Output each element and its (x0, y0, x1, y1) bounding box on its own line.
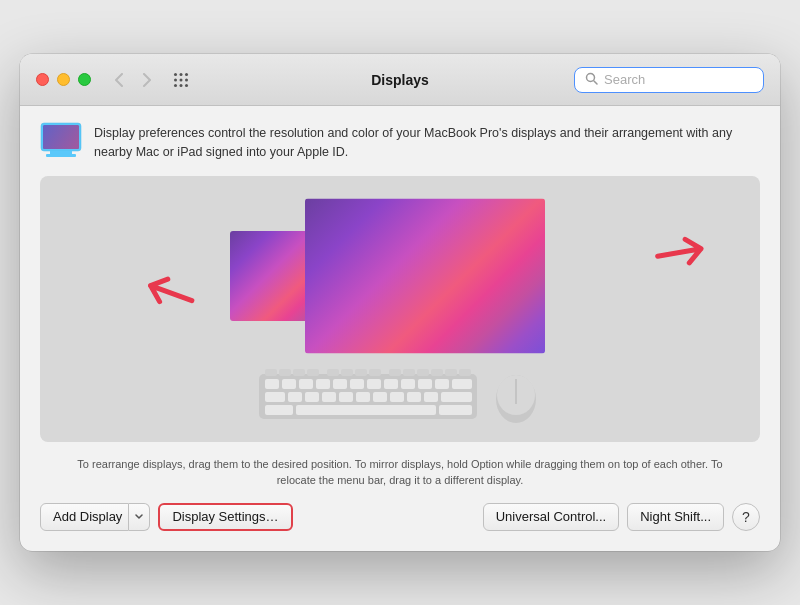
svg-rect-38 (441, 392, 472, 402)
svg-rect-16 (265, 379, 279, 389)
svg-point-9 (587, 73, 595, 81)
svg-rect-21 (350, 379, 364, 389)
svg-rect-28 (265, 392, 285, 402)
svg-point-0 (174, 73, 177, 76)
svg-point-6 (174, 84, 177, 87)
svg-rect-25 (418, 379, 432, 389)
bottom-toolbar: Add Display Display Settings… Universal … (40, 503, 760, 535)
close-button[interactable] (36, 73, 49, 86)
minimize-button[interactable] (57, 73, 70, 86)
keyboard-mouse-illustration (259, 369, 541, 424)
svg-rect-30 (305, 392, 319, 402)
svg-rect-39 (265, 405, 293, 415)
svg-rect-20 (333, 379, 347, 389)
svg-rect-47 (341, 369, 353, 376)
svg-rect-29 (288, 392, 302, 402)
traffic-lights (36, 73, 91, 86)
svg-point-8 (185, 84, 188, 87)
display-arrangement-area (40, 176, 760, 442)
displays-container (58, 194, 742, 359)
keyboard-icon (259, 369, 479, 424)
search-icon (585, 72, 598, 88)
svg-rect-35 (390, 392, 404, 402)
svg-rect-55 (459, 369, 471, 376)
svg-rect-19 (316, 379, 330, 389)
window-title: Displays (371, 72, 429, 88)
svg-rect-45 (307, 369, 319, 376)
svg-point-2 (185, 73, 188, 76)
svg-rect-34 (373, 392, 387, 402)
svg-rect-53 (431, 369, 443, 376)
svg-rect-51 (403, 369, 415, 376)
svg-rect-37 (424, 392, 438, 402)
monitor-icon (40, 122, 82, 160)
svg-rect-17 (282, 379, 296, 389)
svg-rect-33 (356, 392, 370, 402)
svg-rect-49 (369, 369, 381, 376)
arrow-left-icon (133, 264, 201, 328)
svg-rect-13 (46, 154, 76, 157)
svg-rect-43 (279, 369, 291, 376)
svg-point-4 (180, 78, 183, 81)
forward-button[interactable] (135, 68, 159, 92)
info-banner: Display preferences control the resoluti… (40, 122, 760, 162)
svg-rect-41 (439, 405, 472, 415)
display-settings-button[interactable]: Display Settings… (158, 503, 292, 531)
svg-rect-24 (401, 379, 415, 389)
svg-rect-50 (389, 369, 401, 376)
content-area: Display preferences control the resoluti… (20, 106, 780, 551)
nav-buttons (107, 68, 159, 92)
svg-rect-44 (293, 369, 305, 376)
svg-rect-54 (445, 369, 457, 376)
arrow-right-icon (651, 228, 713, 285)
back-button[interactable] (107, 68, 131, 92)
svg-rect-32 (339, 392, 353, 402)
svg-point-7 (180, 84, 183, 87)
mouse-icon (491, 369, 541, 424)
svg-rect-52 (417, 369, 429, 376)
add-display-button[interactable]: Add Display (40, 503, 129, 531)
primary-display[interactable] (305, 199, 545, 354)
add-display-group: Add Display (40, 503, 150, 531)
svg-rect-40 (296, 405, 436, 415)
svg-rect-12 (50, 151, 72, 154)
svg-rect-36 (407, 392, 421, 402)
svg-rect-48 (355, 369, 367, 376)
search-box[interactable] (574, 67, 764, 93)
show-all-preferences-button[interactable] (167, 66, 195, 94)
night-shift-button[interactable]: Night Shift... (627, 503, 724, 531)
search-input[interactable] (604, 72, 753, 87)
svg-rect-23 (384, 379, 398, 389)
svg-point-1 (180, 73, 183, 76)
universal-control-button[interactable]: Universal Control... (483, 503, 620, 531)
add-display-dropdown-button[interactable] (129, 503, 150, 531)
help-button[interactable]: ? (732, 503, 760, 531)
svg-rect-31 (322, 392, 336, 402)
svg-rect-42 (265, 369, 277, 376)
svg-rect-18 (299, 379, 313, 389)
info-text: Display preferences control the resoluti… (94, 122, 760, 162)
titlebar: Displays (20, 54, 780, 106)
svg-rect-27 (452, 379, 472, 389)
svg-point-5 (185, 78, 188, 81)
svg-rect-46 (327, 369, 339, 376)
maximize-button[interactable] (78, 73, 91, 86)
svg-rect-26 (435, 379, 449, 389)
main-window: Displays (20, 54, 780, 551)
svg-point-3 (174, 78, 177, 81)
help-text: To rearrange displays, drag them to the … (40, 456, 760, 489)
svg-rect-22 (367, 379, 381, 389)
svg-rect-14 (43, 125, 79, 149)
